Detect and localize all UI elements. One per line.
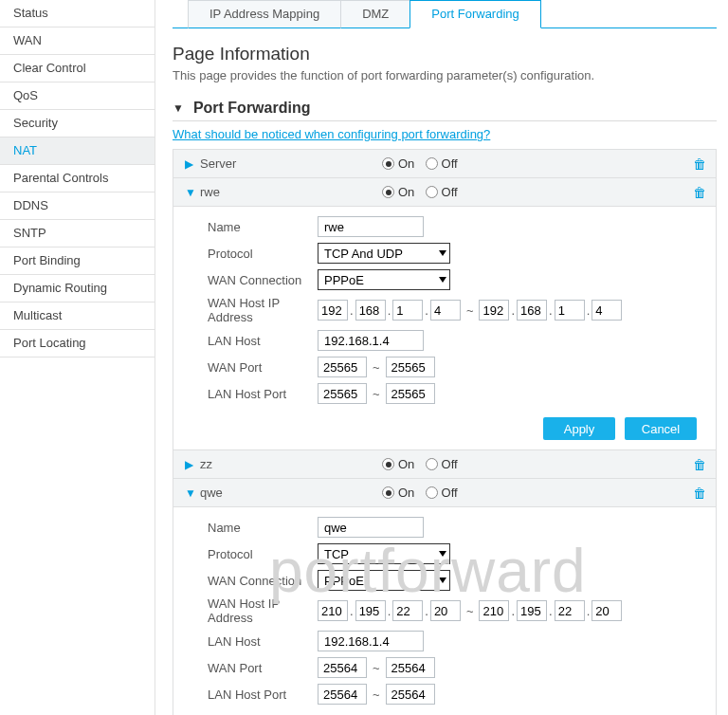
sidebar-item-clear-control[interactable]: Clear Control (0, 55, 155, 82)
wan-port-from[interactable] (318, 657, 367, 678)
wan-ip-to-oct4[interactable] (592, 600, 622, 621)
name-input[interactable] (318, 216, 424, 237)
wan-port-to[interactable] (386, 357, 435, 377)
sidebar: Status WAN Clear Control QoS Security NA… (0, 0, 155, 715)
sidebar-item-nat[interactable]: NAT (0, 138, 155, 165)
protocol-select[interactable]: TCP (318, 543, 450, 564)
lan-host-input[interactable] (318, 330, 424, 351)
rule-header-rwe[interactable]: ▼ rwe On Off 🗑 (173, 178, 716, 207)
caret-down-icon: ▼ (173, 101, 184, 115)
label-lan-host: LAN Host (208, 634, 318, 649)
radio-on[interactable] (382, 458, 394, 470)
protocol-select[interactable]: TCP And UDP (318, 243, 450, 264)
name-input[interactable] (318, 517, 424, 538)
radio-on-label: On (398, 457, 414, 471)
wan-ip-from-oct1[interactable] (318, 300, 348, 321)
section-title: Port Forwarding (193, 100, 311, 117)
page-description: This page provides the function of port … (173, 68, 717, 82)
trash-icon[interactable]: 🗑 (687, 156, 706, 172)
tab-dmz[interactable]: DMZ (340, 0, 410, 28)
radio-off-label: Off (442, 185, 458, 199)
radio-off[interactable] (426, 458, 438, 470)
lan-port-to[interactable] (386, 684, 435, 705)
rule-header-qwe[interactable]: ▼ qwe On Off 🗑 (173, 479, 716, 507)
sidebar-item-status[interactable]: Status (0, 0, 155, 28)
sidebar-item-security[interactable]: Security (0, 110, 155, 138)
radio-off[interactable] (426, 186, 438, 198)
sidebar-item-parental-controls[interactable]: Parental Controls (0, 165, 155, 192)
sidebar-item-wan[interactable]: WAN (0, 28, 155, 55)
wan-ip-to-oct2[interactable] (517, 600, 547, 621)
tab-port-forwarding[interactable]: Port Forwarding (410, 0, 540, 28)
cancel-button[interactable]: Cancel (625, 417, 697, 440)
radio-off-label: Off (442, 156, 458, 171)
label-lan-host-port: LAN Host Port (208, 688, 318, 702)
expand-right-icon[interactable]: ▶ (185, 157, 200, 171)
sidebar-item-multicast[interactable]: Multicast (0, 302, 155, 330)
wan-ip-to-oct3[interactable] (555, 300, 585, 321)
lan-port-from[interactable] (318, 684, 367, 705)
wan-ip-to-oct1[interactable] (479, 300, 509, 321)
sidebar-item-ddns[interactable]: DDNS (0, 192, 155, 220)
expand-down-icon[interactable]: ▼ (185, 186, 200, 199)
wan-port-to[interactable] (386, 657, 435, 678)
expand-down-icon[interactable]: ▼ (185, 486, 200, 500)
apply-button[interactable]: Apply (543, 417, 615, 440)
wan-ip-to-oct4[interactable] (592, 300, 622, 321)
radio-on-label: On (398, 185, 414, 199)
wan-ip-from-oct4[interactable] (430, 300, 461, 321)
tab-ip-address-mapping[interactable]: IP Address Mapping (188, 0, 341, 28)
wan-ip-from-oct4[interactable] (430, 600, 461, 621)
tabs: IP Address Mapping DMZ Port Forwarding (173, 0, 717, 28)
radio-on-label: On (398, 486, 414, 500)
wan-port-from[interactable] (318, 357, 367, 377)
wan-ip-to-oct1[interactable] (479, 600, 509, 621)
lan-port-to[interactable] (386, 383, 435, 404)
rule-header-zz[interactable]: ▶ zz On Off 🗑 (173, 450, 716, 479)
radio-off-label: Off (442, 457, 458, 471)
wan-ip-to-oct2[interactable] (517, 300, 547, 321)
lan-host-input[interactable] (318, 631, 424, 651)
page-title: Page Information (173, 44, 717, 64)
section-header[interactable]: ▼ Port Forwarding (173, 100, 717, 121)
wan-connection-select[interactable]: PPPoE (318, 570, 450, 591)
lan-port-from[interactable] (318, 383, 367, 404)
label-protocol: Protocol (208, 247, 318, 261)
wan-connection-select[interactable]: PPPoE (318, 269, 450, 290)
trash-icon[interactable]: 🗑 (687, 185, 706, 200)
trash-icon[interactable]: 🗑 (687, 457, 706, 472)
sidebar-item-dynamic-routing[interactable]: Dynamic Routing (0, 275, 155, 302)
label-wan-host-ip: WAN Host IP Address (208, 596, 318, 625)
wan-ip-from-oct2[interactable] (355, 300, 386, 321)
radio-on[interactable] (382, 486, 394, 499)
radio-on[interactable] (382, 186, 394, 198)
expand-right-icon[interactable]: ▶ (185, 458, 200, 471)
sidebar-item-sntp[interactable]: SNTP (0, 220, 155, 248)
rule-list: ▶ Server On Off 🗑 ▼ rwe On Off (173, 149, 717, 715)
wan-ip-from-oct3[interactable] (392, 300, 423, 321)
radio-off[interactable] (426, 486, 438, 499)
help-link[interactable]: What should be noticed when configuring … (173, 127, 490, 141)
wan-ip-from-oct1[interactable] (318, 600, 348, 621)
trash-icon[interactable]: 🗑 (687, 486, 706, 501)
wan-ip-from-oct2[interactable] (355, 600, 386, 621)
label-protocol: Protocol (208, 547, 318, 561)
sidebar-item-qos[interactable]: QoS (0, 82, 155, 110)
label-name: Name (208, 521, 318, 535)
wan-ip-from-oct3[interactable] (392, 600, 423, 621)
rule-header-server[interactable]: ▶ Server On Off 🗑 (173, 150, 716, 178)
sidebar-item-port-locating[interactable]: Port Locating (0, 330, 155, 358)
radio-off-label: Off (442, 486, 458, 500)
label-wan-connection: WAN Connection (208, 574, 318, 588)
sidebar-item-port-binding[interactable]: Port Binding (0, 248, 155, 275)
wan-ip-to-oct3[interactable] (555, 600, 585, 621)
radio-on[interactable] (382, 157, 394, 170)
label-wan-host-ip: WAN Host IP Address (208, 296, 318, 324)
radio-off[interactable] (426, 157, 438, 170)
radio-on-label: On (398, 156, 414, 171)
label-name: Name (208, 220, 318, 234)
rule-name: Server (200, 156, 382, 171)
label-wan-connection: WAN Connection (208, 273, 318, 287)
label-lan-host-port: LAN Host Port (208, 387, 318, 401)
label-wan-port: WAN Port (208, 661, 318, 675)
